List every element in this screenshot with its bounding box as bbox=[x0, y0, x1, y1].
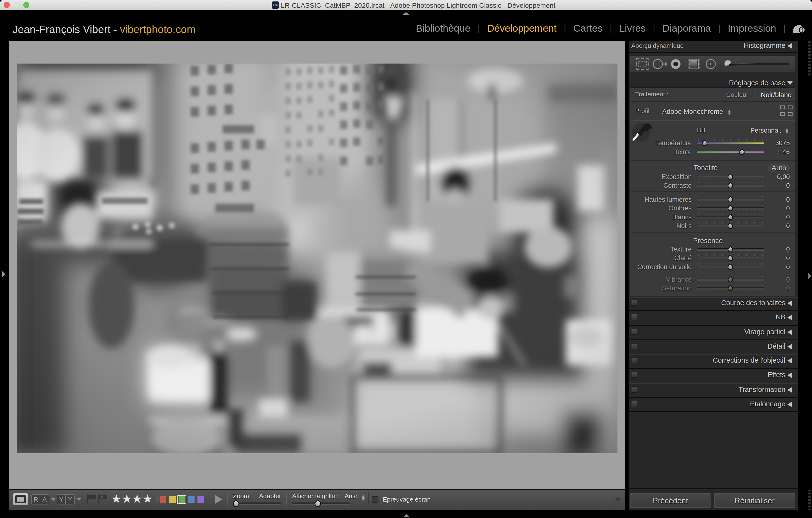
svg-text:!: ! bbox=[801, 26, 803, 33]
